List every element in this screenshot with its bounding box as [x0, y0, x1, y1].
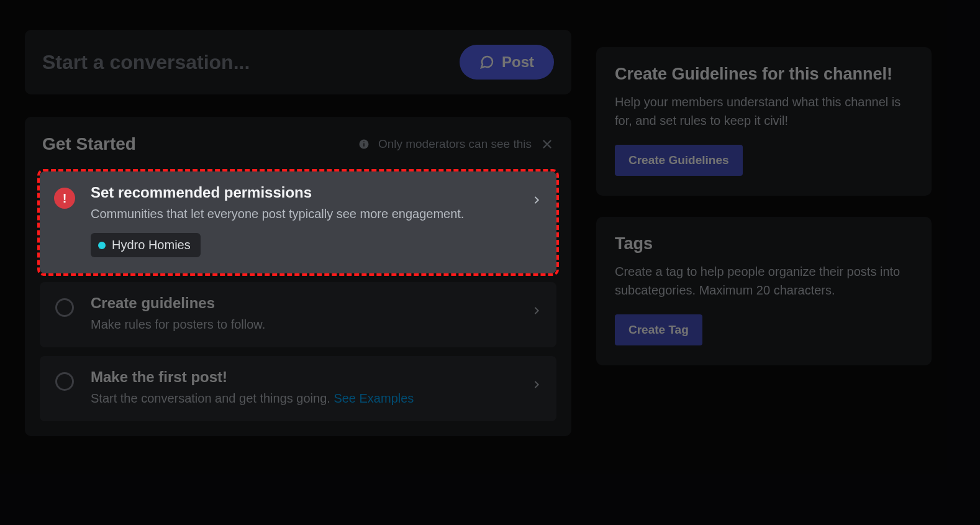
create-tag-button[interactable]: Create Tag: [615, 314, 702, 345]
step-title: Create guidelines: [91, 294, 517, 312]
chevron-right-icon: [532, 184, 542, 208]
unchecked-icon: [55, 298, 74, 317]
guidelines-title: Create Guidelines for this channel!: [615, 65, 913, 84]
get-started-header: Get Started Only moderators can see this: [40, 134, 556, 154]
step-make-first-post[interactable]: Make the first post! Start the conversat…: [40, 356, 556, 421]
guidelines-desc: Help your members understand what this c…: [615, 93, 913, 130]
chevron-right-icon: [532, 368, 542, 392]
role-color-dot: [98, 242, 106, 249]
moderator-note: Only moderators can see this: [378, 137, 532, 151]
step-create-guidelines[interactable]: Create guidelines Make rules for posters…: [40, 282, 556, 347]
step-desc: Communities that let everyone post typic…: [91, 205, 517, 223]
get-started-card: Get Started Only moderators can see this…: [25, 117, 571, 436]
tags-card: Tags Create a tag to help people organiz…: [596, 217, 932, 365]
info-icon: [358, 139, 370, 150]
post-button-label: Post: [502, 53, 534, 71]
speech-bubble-icon: [479, 55, 494, 70]
composer-input[interactable]: [42, 51, 460, 74]
svg-rect-1: [363, 144, 365, 147]
chevron-right-icon: [532, 294, 542, 318]
svg-rect-2: [363, 142, 365, 143]
step-title: Make the first post!: [91, 368, 517, 386]
post-button[interactable]: Post: [460, 45, 554, 80]
step-desc: Make rules for posters to follow.: [91, 316, 517, 334]
tags-desc: Create a tag to help people organize the…: [615, 262, 913, 299]
role-tag-label: Hydro Homies: [112, 238, 191, 252]
see-examples-link[interactable]: See Examples: [333, 391, 414, 405]
get-started-title: Get Started: [42, 134, 136, 154]
step-title: Set recommended permissions: [91, 184, 517, 201]
step-set-permissions[interactable]: ! Set recommended permissions Communitie…: [40, 171, 556, 273]
unchecked-icon: [55, 372, 74, 391]
guidelines-card: Create Guidelines for this channel! Help…: [596, 47, 932, 196]
composer-box: Post: [25, 30, 571, 94]
alert-icon: !: [54, 188, 75, 209]
tags-title: Tags: [615, 234, 913, 253]
create-guidelines-button[interactable]: Create Guidelines: [615, 145, 743, 176]
step-desc: Start the conversation and get things go…: [91, 390, 517, 408]
close-icon[interactable]: [540, 137, 554, 151]
role-tag-chip: Hydro Homies: [91, 233, 201, 257]
